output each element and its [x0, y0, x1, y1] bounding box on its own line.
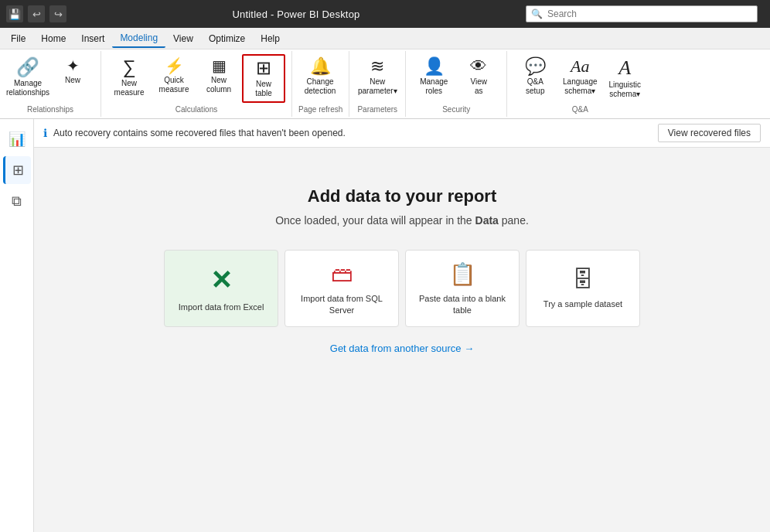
- sidebar: 📊 ⊞ ⧉: [0, 119, 34, 532]
- menu-file[interactable]: File: [3, 30, 33, 47]
- ribbon: 🔗 Managerelationships ✦ New Relationship…: [0, 49, 770, 119]
- parameters-group-label: Parameters: [356, 104, 399, 114]
- page-subtitle: Once loaded, your data will appear in th…: [275, 214, 529, 227]
- manage-relationships-icon: 🔗: [16, 58, 39, 77]
- sidebar-report-icon[interactable]: 📊: [3, 125, 31, 153]
- ribbon-relationships-items: 🔗 Managerelationships ✦ New: [6, 54, 94, 104]
- new-measure-label: Newmeasure: [114, 79, 145, 97]
- new-table-icon: ⊞: [256, 59, 271, 77]
- linguistic-schema-button[interactable]: A Linguisticschema▾: [603, 54, 646, 103]
- change-detection-icon: 🔔: [310, 58, 331, 75]
- app-title: Untitled - Power BI Desktop: [66, 9, 526, 20]
- new-measure-icon: ∑: [122, 58, 135, 77]
- new-relationship-icon: ✦: [66, 58, 80, 73]
- alert-message: Auto recovery contains some recovered fi…: [53, 128, 652, 138]
- ribbon-security-items: 👤 Manageroles 👁 Viewas: [412, 54, 500, 104]
- search-icon: 🔍: [531, 9, 543, 19]
- content-area: ℹ Auto recovery contains some recovered …: [34, 119, 770, 532]
- manage-roles-icon: 👤: [424, 58, 445, 75]
- menu-view[interactable]: View: [165, 30, 201, 47]
- new-parameter-label: Newparameter▾: [358, 77, 397, 96]
- save-icon[interactable]: 💾: [6, 5, 23, 22]
- main-area: 📊 ⊞ ⧉ ℹ Auto recovery contains some reco…: [0, 119, 770, 532]
- security-group-label: Security: [412, 104, 500, 114]
- sample-dataset-card[interactable]: 🗄 Try a sample dataset: [526, 250, 640, 327]
- language-schema-icon: Aa: [571, 58, 589, 75]
- ribbon-page-refresh-items: 🔔 Changedetection: [298, 54, 342, 104]
- subtitle-keyword: Data: [475, 214, 499, 227]
- ribbon-calculations-items: ∑ Newmeasure ⚡ Quickmeasure ▦ Newcolumn …: [107, 54, 285, 104]
- excel-icon: ✕: [210, 264, 232, 295]
- excel-card-label: Import data from Excel: [179, 302, 264, 312]
- sidebar-model-icon[interactable]: ⧉: [3, 187, 31, 215]
- alert-bar: ℹ Auto recovery contains some recovered …: [34, 119, 770, 148]
- menu-insert[interactable]: Insert: [73, 30, 112, 47]
- ribbon-parameters-items: ≋ Newparameter▾: [356, 54, 399, 104]
- view-as-label: Viewas: [471, 77, 488, 96]
- manage-relationships-button[interactable]: 🔗 Managerelationships: [6, 54, 49, 102]
- ribbon-group-relationships: 🔗 Managerelationships ✦ New Relationship…: [0, 51, 101, 117]
- language-schema-button[interactable]: Aa Languageschema▾: [558, 54, 601, 102]
- language-schema-label: Languageschema▾: [563, 77, 598, 96]
- linguistic-schema-label: Linguisticschema▾: [608, 80, 641, 99]
- center-content: Add data to your report Once loaded, you…: [34, 148, 770, 354]
- new-column-button[interactable]: ▦ Newcolumn: [197, 54, 240, 102]
- qa-setup-button[interactable]: 💬 Q&Asetup: [513, 54, 557, 102]
- menu-optimize[interactable]: Optimize: [201, 30, 253, 47]
- title-bar-icons: 💾 ↩ ↪: [6, 5, 66, 22]
- paste-card-label: Paste data into a blank table: [414, 293, 511, 315]
- paste-icon: 📋: [449, 261, 476, 287]
- new-table-button[interactable]: ⊞ Newtable: [242, 54, 285, 103]
- redo-icon[interactable]: ↪: [49, 5, 66, 22]
- new-relationship-button[interactable]: ✦ New: [51, 54, 94, 102]
- sample-card-label: Try a sample dataset: [543, 298, 622, 309]
- new-relationship-label: New: [65, 76, 80, 85]
- sql-card-label: Import data from SQL Server: [293, 293, 390, 315]
- view-recovered-button[interactable]: View recovered files: [658, 124, 761, 142]
- ribbon-group-qa: 💬 Q&Asetup Aa Languageschema▾ A Linguist…: [507, 51, 652, 117]
- new-parameter-icon: ≋: [370, 58, 384, 75]
- new-parameter-button[interactable]: ≋ Newparameter▾: [356, 54, 399, 102]
- import-excel-card[interactable]: ✕ Import data from Excel: [164, 250, 278, 327]
- menu-home[interactable]: Home: [33, 30, 73, 47]
- title-bar: 💾 ↩ ↪ Untitled - Power BI Desktop 🔍: [0, 0, 770, 28]
- menu-bar: File Home Insert Modeling View Optimize …: [0, 28, 770, 49]
- get-data-link[interactable]: Get data from another source →: [330, 343, 474, 354]
- search-box[interactable]: 🔍: [526, 5, 758, 22]
- view-as-button[interactable]: 👁 Viewas: [457, 54, 500, 102]
- ribbon-group-calculations: ∑ Newmeasure ⚡ Quickmeasure ▦ Newcolumn …: [101, 51, 292, 117]
- menu-modeling[interactable]: Modeling: [112, 29, 165, 48]
- page-refresh-group-label: Page refresh: [298, 104, 342, 114]
- new-column-label: Newcolumn: [206, 76, 231, 94]
- quick-measure-icon: ⚡: [165, 58, 184, 73]
- page-title: Add data to your report: [308, 186, 496, 206]
- quick-measure-button[interactable]: ⚡ Quickmeasure: [152, 54, 196, 102]
- ribbon-qa-items: 💬 Q&Asetup Aa Languageschema▾ A Linguist…: [513, 54, 646, 104]
- new-table-label: Newtable: [255, 80, 272, 98]
- sql-icon: 🗃: [331, 261, 353, 287]
- change-detection-label: Changedetection: [305, 77, 336, 96]
- view-as-icon: 👁: [470, 58, 487, 75]
- qa-setup-icon: 💬: [525, 58, 546, 75]
- linguistic-schema-icon: A: [618, 58, 631, 78]
- search-input[interactable]: [547, 9, 752, 19]
- undo-icon[interactable]: ↩: [28, 5, 45, 22]
- paste-data-card[interactable]: 📋 Paste data into a blank table: [405, 250, 520, 327]
- relationships-group-label: Relationships: [6, 104, 94, 114]
- manage-roles-label: Manageroles: [420, 77, 448, 96]
- import-sql-card[interactable]: 🗃 Import data from SQL Server: [284, 250, 399, 327]
- change-detection-button[interactable]: 🔔 Changedetection: [298, 54, 342, 102]
- ribbon-group-page-refresh: 🔔 Changedetection Page refresh: [292, 51, 349, 117]
- calculations-group-label: Calculations: [107, 104, 285, 114]
- new-column-icon: ▦: [212, 58, 227, 73]
- data-source-cards: ✕ Import data from Excel 🗃 Import data f…: [164, 250, 640, 327]
- menu-help[interactable]: Help: [253, 30, 288, 47]
- manage-roles-button[interactable]: 👤 Manageroles: [412, 54, 455, 102]
- qa-group-label: Q&A: [513, 104, 646, 114]
- subtitle-after: pane.: [499, 214, 529, 227]
- sidebar-data-icon[interactable]: ⊞: [3, 156, 31, 184]
- sample-icon: 🗄: [572, 267, 594, 292]
- new-measure-button[interactable]: ∑ Newmeasure: [107, 54, 151, 102]
- subtitle-before: Once loaded, your data will appear in th…: [275, 214, 475, 227]
- info-icon: ℹ: [43, 127, 47, 139]
